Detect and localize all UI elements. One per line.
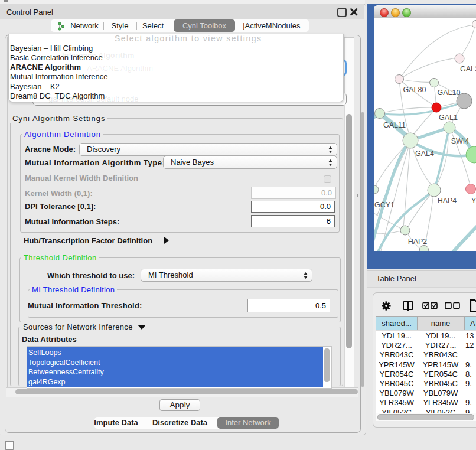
svg-text:HAP2: HAP2	[408, 237, 428, 246]
svg-text:HAP4: HAP4	[438, 197, 457, 205]
svg-text:YJ: YJ	[471, 197, 476, 205]
svg-text:GAL2: GAL2	[460, 65, 476, 73]
svg-text:GAL11: GAL11	[383, 121, 406, 129]
svg-text:GAL10: GAL10	[438, 89, 461, 97]
svg-text:GAL80: GAL80	[403, 86, 426, 94]
svg-text:GCY1: GCY1	[374, 201, 395, 209]
svg-text:SWI4: SWI4	[451, 137, 470, 145]
svg-text:GAL4: GAL4	[415, 149, 434, 158]
svg-text:GAL1: GAL1	[439, 113, 458, 122]
